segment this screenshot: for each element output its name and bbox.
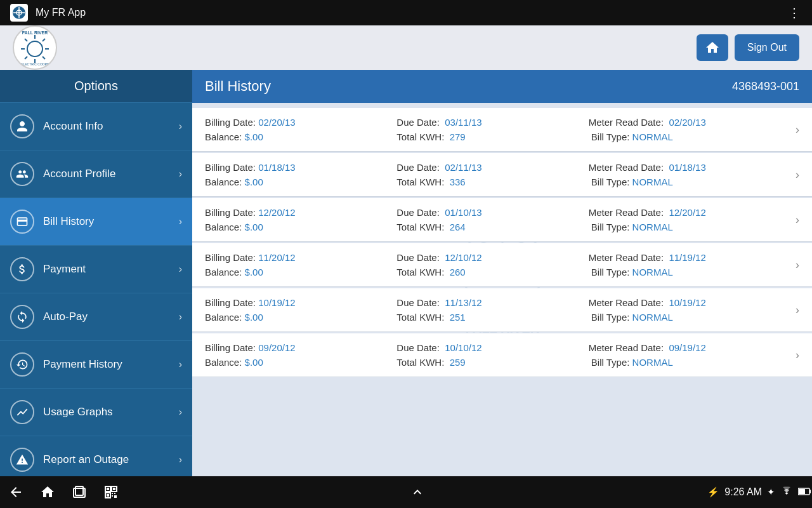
home-nav-button[interactable]	[32, 476, 63, 508]
svg-rect-39	[809, 490, 811, 493]
company-logo: FALL RIVER RURAL ELECTRIC COOPERATIVE	[13, 25, 57, 70]
bill-row[interactable]: Billing Date: 12/20/12 Due Date: 01/10/1…	[192, 198, 812, 242]
balance-label: Balance: $.00	[205, 177, 396, 187]
billing-date-value: 09/20/12	[258, 342, 295, 353]
status-bar-right: ⋮	[788, 5, 802, 20]
sidebar-label-bill-history: Bill History	[43, 215, 179, 228]
back-button[interactable]	[0, 476, 32, 508]
balance-label: Balance: $.00	[205, 131, 396, 142]
due-date-label: Due Date: 10/10/12	[396, 342, 588, 353]
svg-point-4	[27, 41, 43, 57]
bill-type-label: Bill Type: NORMAL	[589, 267, 780, 277]
sidebar-label-payment: Payment	[43, 263, 179, 276]
svg-rect-40	[799, 489, 805, 494]
bill-row[interactable]: Billing Date: 11/20/12 Due Date: 12/10/1…	[192, 243, 812, 287]
due-date-label: Due Date: 02/11/13	[396, 162, 588, 173]
bluetooth-icon: ✦	[767, 486, 775, 498]
sidebar-header: Options	[0, 70, 192, 103]
bill-row[interactable]: Billing Date: 01/18/13 Due Date: 02/11/1…	[192, 153, 812, 197]
balance-value: $.00	[245, 267, 263, 277]
sidebar-item-report-outage[interactable]: Report an Outage ›	[0, 436, 192, 476]
meter-read-label: Meter Read Date: 09/19/12	[589, 342, 780, 353]
due-date-value: 01/10/13	[445, 207, 481, 218]
row-chevron-icon: ›	[780, 297, 799, 323]
row-chevron-icon: ›	[780, 117, 799, 142]
balance-label: Balance: $.00	[205, 357, 396, 368]
billing-date-label: Billing Date: 09/20/12	[205, 342, 396, 353]
meter-read-label: Meter Read Date: 11/19/12	[589, 252, 780, 263]
billing-date-label: Billing Date: 12/20/12	[205, 207, 396, 218]
sidebar-item-payment-history[interactable]: Payment History ›	[0, 341, 192, 389]
bill-row[interactable]: Billing Date: 02/20/13 Due Date: 03/11/1…	[192, 108, 812, 152]
due-date-label: Due Date: 01/10/13	[396, 207, 588, 218]
svg-line-11	[43, 39, 45, 41]
more-options-icon[interactable]: ⋮	[788, 5, 802, 20]
bottom-nav: ⚡ 9:26 AM ✦	[0, 476, 812, 508]
sidebar-item-bill-history[interactable]: Bill History ›	[0, 198, 192, 246]
bill-list: FALL RIVER ELECTRIC COOPERATIVE Billing …	[192, 103, 812, 476]
chevron-icon: ›	[179, 216, 182, 227]
chevron-icon: ›	[179, 359, 182, 370]
balance-value: $.00	[245, 177, 263, 187]
svg-line-10	[43, 57, 45, 59]
billing-date-label: Billing Date: 10/19/12	[205, 297, 396, 308]
balance-value: $.00	[245, 312, 263, 323]
bill-type-label: Bill Type: NORMAL	[589, 312, 780, 323]
meter-read-value: 11/19/12	[669, 252, 705, 263]
bill-type-value: NORMAL	[632, 131, 673, 142]
svg-rect-31	[113, 488, 115, 490]
meter-read-label: Meter Read Date: 02/20/13	[589, 117, 780, 128]
signout-button[interactable]: Sign Out	[735, 34, 799, 61]
svg-rect-36	[112, 495, 113, 497]
meter-read-label: Meter Read Date: 01/18/13	[589, 162, 780, 173]
svg-text:RURAL ELECTRIC COOPERATIVE: RURAL ELECTRIC COOPERATIVE	[16, 62, 54, 66]
meter-read-label: Meter Read Date: 10/19/12	[589, 297, 780, 308]
billing-date-value: 12/20/12	[258, 207, 295, 218]
due-date-value: 03/11/13	[445, 117, 481, 128]
sidebar-item-payment[interactable]: Payment ›	[0, 246, 192, 293]
balance-value: $.00	[245, 131, 263, 142]
chevron-icon: ›	[179, 168, 182, 180]
svg-rect-35	[114, 493, 115, 494]
status-bar: My FR App ⋮	[0, 0, 812, 25]
meter-read-value: 10/19/12	[669, 297, 705, 308]
app-title: My FR App	[36, 7, 86, 18]
battery-icon	[798, 487, 812, 498]
app-icon	[10, 4, 28, 22]
sidebar-item-account-profile[interactable]: Account Profile ›	[0, 150, 192, 198]
account-info-icon	[10, 114, 34, 138]
due-date-value: 12/10/12	[445, 252, 481, 263]
due-date-value: 10/10/12	[445, 342, 481, 353]
kwh-value: 264	[450, 222, 466, 232]
meter-read-value: 01/18/13	[669, 162, 705, 173]
bill-rows: Billing Date: 02/20/13 Due Date: 03/11/1…	[192, 108, 812, 377]
up-button[interactable]	[402, 476, 433, 508]
chevron-icon: ›	[179, 264, 182, 275]
due-date-value: 02/11/13	[445, 162, 481, 173]
svg-rect-37	[114, 495, 117, 498]
payment-icon	[10, 257, 34, 281]
bill-row[interactable]: Billing Date: 09/20/12 Due Date: 10/10/1…	[192, 333, 812, 377]
sidebar-item-account-info[interactable]: Account Info ›	[0, 103, 192, 150]
sidebar-label-report-outage: Report an Outage	[43, 453, 179, 466]
sidebar-label-usage-graphs: Usage Graphs	[43, 406, 179, 418]
bill-row[interactable]: Billing Date: 10/19/12 Due Date: 11/13/1…	[192, 288, 812, 332]
content-title: Bill History	[205, 78, 271, 95]
svg-text:FALL RIVER: FALL RIVER	[22, 30, 48, 35]
sidebar-item-usage-graphs[interactable]: Usage Graphs ›	[0, 389, 192, 436]
logo-area: FALL RIVER RURAL ELECTRIC COOPERATIVE	[13, 25, 57, 70]
bill-type-value: NORMAL	[632, 222, 673, 232]
recents-button[interactable]	[63, 476, 95, 508]
balance-label: Balance: $.00	[205, 312, 396, 323]
sidebar-label-account-profile: Account Profile	[43, 168, 179, 180]
usage-graphs-icon	[10, 400, 34, 424]
bill-type-value: NORMAL	[632, 312, 673, 323]
home-button[interactable]	[697, 34, 728, 61]
row-chevron-icon: ›	[780, 252, 799, 277]
svg-rect-33	[107, 494, 109, 497]
bill-type-label: Bill Type: NORMAL	[589, 177, 780, 187]
billing-date-value: 02/20/13	[258, 117, 295, 128]
sidebar-item-auto-pay[interactable]: Auto-Pay ›	[0, 293, 192, 341]
qr-button[interactable]	[95, 476, 127, 508]
sidebar-label-payment-history: Payment History	[43, 358, 179, 371]
